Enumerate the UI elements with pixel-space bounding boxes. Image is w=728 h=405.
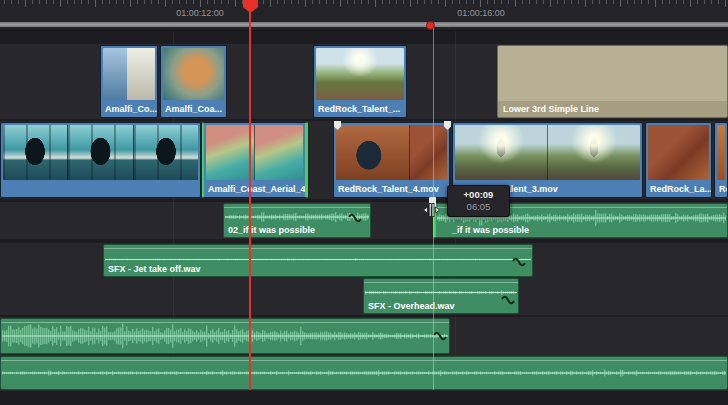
clip-label: RedRock_La... — [646, 181, 711, 197]
volume-line[interactable] — [104, 248, 532, 249]
clip-thumbnail — [717, 125, 725, 180]
clip-redrock-edge[interactable]: Red... — [714, 122, 728, 198]
clip-amalfi-co-v2[interactable]: Amalfi_Co... — [100, 45, 158, 118]
clip-amalfi-coa-v2[interactable]: Amalfi_Coa... — [160, 45, 227, 118]
trim-roll-cursor-icon — [422, 201, 441, 219]
fade-curve-icon — [501, 295, 515, 306]
ruler-ticks — [0, 0, 728, 8]
clip-label: Lower 3rd Simple Line — [498, 101, 727, 117]
scrubber-bar[interactable] — [0, 22, 728, 27]
clip-audio-music-a5[interactable] — [0, 356, 728, 390]
timecode-label: 01:00:12:00 — [157, 8, 243, 18]
clip-label: SFX - Jet take off.wav — [108, 264, 530, 274]
clip-label — [1, 181, 200, 197]
clip-sfx-jet-takeoff[interactable]: SFX - Jet take off.wav — [103, 244, 533, 277]
clip-thumbnail — [163, 48, 224, 100]
tooltip-duration: 06:05 — [448, 201, 509, 212]
clip-audio-music-a4[interactable] — [0, 318, 450, 354]
clip-thumbnail — [103, 48, 155, 100]
tooltip-offset: +00:09 — [448, 189, 509, 200]
clip-thumbnail — [455, 125, 640, 180]
clip-label: Amalfi_Coa... — [161, 101, 226, 117]
clip-label: Amalfi_Coast_Aerial_4.... — [204, 181, 305, 197]
playhead-line[interactable] — [249, 10, 251, 390]
clip-thumbnail — [336, 125, 447, 180]
clip-thumbnail — [3, 125, 198, 180]
volume-line[interactable] — [364, 282, 518, 283]
clip-redrock-talent-v2[interactable]: RedRock_Talent_... — [313, 45, 407, 118]
waveform — [365, 285, 517, 298]
clip-thumbnail — [316, 48, 404, 100]
fade-curve-icon — [433, 331, 447, 342]
clip-label: SFX - Overhead.wav — [368, 301, 516, 311]
fade-curve-icon — [512, 257, 526, 268]
clip-thumbnail — [206, 125, 303, 180]
clip-redrock-la[interactable]: RedRock_La... — [645, 122, 712, 198]
timecode-label: 01:00:16:00 — [438, 8, 524, 18]
clip-thumbnail — [648, 125, 709, 180]
clip-label: RedRock_Talent_... — [314, 101, 406, 117]
clip-label: _if it was possible — [440, 225, 725, 235]
trim-tooltip: +00:09 06:05 — [447, 185, 510, 217]
volume-line[interactable] — [1, 360, 727, 361]
waveform — [2, 323, 448, 349]
clip-label: Red... — [715, 181, 727, 197]
fade-curve-icon — [348, 213, 362, 224]
timeline: 01:00:12:00 01:00:16:00 Amalfi_Co... Ama… — [0, 0, 728, 405]
clip-label: RedRock_Talent_4.mov — [334, 181, 449, 197]
waveform — [2, 364, 726, 382]
clip-amalfi-coast-aerial[interactable]: Amalfi_Coast_Aerial_4.... — [202, 122, 308, 198]
clip-sfx-overhead[interactable]: SFX - Overhead.wav — [363, 278, 519, 314]
clip-label: Amalfi_Co... — [101, 101, 157, 117]
waveform — [105, 251, 531, 262]
clip-silhouette-v1[interactable] — [0, 122, 201, 198]
volume-line[interactable] — [224, 207, 370, 208]
clip-lower-third-title[interactable]: Lower 3rd Simple Line — [497, 45, 728, 118]
